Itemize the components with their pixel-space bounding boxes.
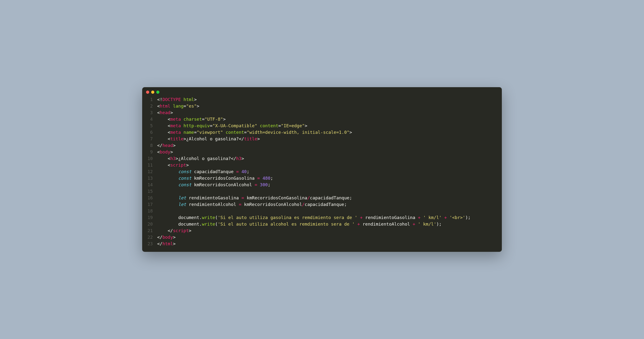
line-number: 16 [148,195,153,201]
line-number: 14 [148,181,153,188]
line-number: 21 [148,227,153,234]
code-line: <meta charset="UTF-8"> [157,116,502,122]
code-line: <body> [157,149,502,155]
line-number: 8 [148,142,153,149]
line-number: 23 [148,240,153,247]
line-number: 1 [148,96,153,103]
line-number: 10 [148,155,153,162]
code-line: </head> [157,142,502,149]
line-number: 20 [148,221,153,227]
code-line: document.write('Si el auto utiliza gasol… [157,214,502,221]
code-line: <meta name="viewport" content="width=dev… [157,129,502,135]
code-line: <!DOCTYPE html> [157,96,502,103]
code-line: <meta http-equiv="X-UA-Compatible" conte… [157,122,502,129]
close-icon[interactable] [146,91,149,94]
line-number: 22 [148,234,153,240]
code-line: let rendimientoAlcohol = kmRecorridosCon… [157,201,502,208]
line-number: 13 [148,175,153,181]
line-number-gutter: 1 2 3 4 5 6 7 8 9 10 11 12 13 14 15 16 1… [142,96,157,247]
code-window: 1 2 3 4 5 6 7 8 9 10 11 12 13 14 15 16 1… [142,87,502,252]
line-number: 9 [148,149,153,155]
code-line [157,188,502,195]
code-line: <html lang="es"> [157,103,502,109]
line-number: 19 [148,214,153,221]
code-line [157,208,502,214]
code-content[interactable]: <!DOCTYPE html><html lang="es"><head> <m… [157,96,502,247]
line-number: 17 [148,201,153,208]
line-number: 3 [148,109,153,116]
line-number: 11 [148,162,153,168]
line-number: 2 [148,103,153,109]
window-titlebar [142,87,502,96]
line-number: 15 [148,188,153,195]
code-line: <title>¿Alcohol o gasolina?</title> [157,135,502,142]
code-line: <head> [157,109,502,116]
code-line: const kmRecorridosConGasolina = 480; [157,175,502,181]
line-number: 6 [148,129,153,135]
minimize-icon[interactable] [151,91,154,94]
code-line: <h3>¿Alcohol o gasolina?</h3> [157,155,502,162]
line-number: 12 [148,168,153,175]
maximize-icon[interactable] [156,91,160,94]
line-number: 4 [148,116,153,122]
code-line: <script> [157,162,502,168]
line-number: 7 [148,135,153,142]
code-line: </script> [157,227,502,234]
code-line: const kmRecorridosConAlcohol = 300; [157,181,502,188]
code-area: 1 2 3 4 5 6 7 8 9 10 11 12 13 14 15 16 1… [142,96,502,252]
code-line: const capacidadTanque = 40; [157,168,502,175]
code-line: </body> [157,234,502,240]
code-line: let rendimientoGasolina = kmRecorridosCo… [157,195,502,201]
line-number: 18 [148,208,153,214]
code-line: document.write('Si el auto utiliza alcoh… [157,221,502,227]
line-number: 5 [148,122,153,129]
code-line: </html> [157,240,502,247]
